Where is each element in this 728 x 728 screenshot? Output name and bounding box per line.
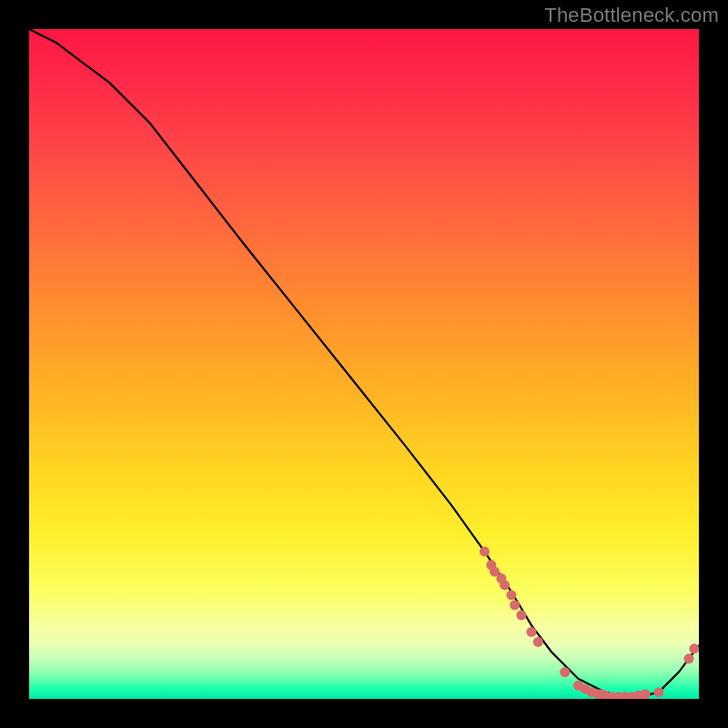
data-point — [689, 643, 699, 653]
data-point — [506, 590, 516, 600]
plot-area — [29, 29, 699, 699]
watermark-text: TheBottleneck.com — [544, 4, 719, 27]
data-point — [527, 627, 537, 637]
bottleneck-curve — [29, 29, 699, 699]
data-point — [560, 667, 570, 677]
data-point — [480, 547, 490, 557]
data-point — [516, 611, 526, 621]
data-point — [500, 580, 510, 590]
data-point — [510, 600, 520, 610]
data-point — [641, 689, 651, 699]
chart-frame: TheBottleneck.com — [0, 0, 728, 728]
data-point — [533, 637, 543, 647]
scatter-points — [480, 547, 699, 699]
chart-overlay — [29, 29, 699, 699]
data-point — [683, 653, 693, 663]
data-point — [653, 687, 663, 697]
